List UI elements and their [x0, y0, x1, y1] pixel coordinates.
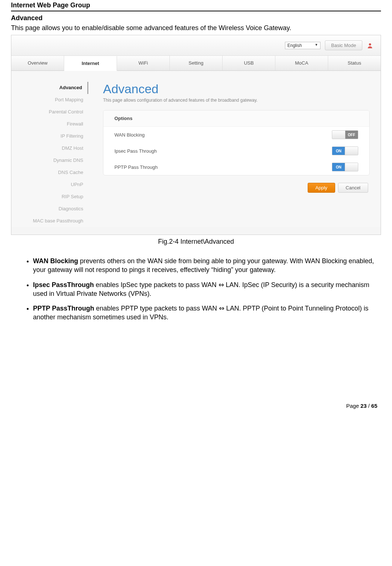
toggle-switch[interactable]: ON	[332, 146, 358, 155]
toggle-switch[interactable]: OFF	[332, 130, 358, 139]
tab-overview[interactable]: Overview	[11, 56, 64, 70]
tab-wifi[interactable]: WiFi	[117, 56, 170, 70]
sidebar-item-dmz-host[interactable]: DMZ Host	[11, 142, 88, 155]
topbar: English Basic Mode	[11, 35, 381, 55]
tab-status[interactable]: Status	[328, 56, 381, 70]
page-footer: Page 23 / 65	[11, 403, 381, 413]
sidebar-item-upnp[interactable]: UPnP	[11, 179, 88, 191]
sidebar-item-dns-cache[interactable]: DNS Cache	[11, 167, 88, 179]
user-icon[interactable]	[367, 42, 373, 49]
list-item: PPTP PassThrough enables PPTP type packe…	[33, 304, 381, 322]
figure-caption: Fig.2-4 Internet\Advanced	[11, 238, 381, 246]
doc-header: Internet Web Page Group	[11, 0, 381, 11]
doc-bullets: WAN Blocking prevents others on the WAN …	[11, 257, 381, 322]
tab-setting[interactable]: Setting	[170, 56, 223, 70]
action-row: Apply Cancel	[103, 183, 370, 193]
sidebar: AdvancedPort MappingParental ControlFire…	[11, 82, 92, 227]
content-area: Advanced This page allows configuration …	[92, 82, 381, 227]
option-row: Ipsec Pass ThroughON	[103, 143, 369, 159]
option-label: Ipsec Pass Through	[114, 148, 157, 154]
list-item: WAN Blocking prevents others on the WAN …	[33, 257, 381, 275]
sidebar-item-port-mapping[interactable]: Port Mapping	[11, 94, 88, 106]
footer-total: 65	[371, 403, 377, 409]
sidebar-item-parental-control[interactable]: Parental Control	[11, 106, 88, 118]
page-title: Advanced	[103, 82, 370, 96]
footer-current: 23	[360, 403, 367, 409]
tab-usb[interactable]: USB	[223, 56, 275, 70]
screenshot-frame: English Basic Mode OverviewInternetWiFiS…	[11, 35, 381, 235]
apply-button[interactable]: Apply	[308, 183, 335, 193]
sidebar-item-mac-base-passthrough[interactable]: MAC base Passthrough	[11, 215, 88, 227]
main-nav: OverviewInternetWiFiSettingUSBMoCAStatus	[11, 55, 381, 71]
page-subtitle: This page allows configuration of advanc…	[103, 98, 370, 103]
svg-point-0	[369, 43, 371, 46]
option-label: WAN Blocking	[114, 132, 145, 138]
sidebar-item-firewall[interactable]: Firewall	[11, 118, 88, 130]
options-panel: Options WAN BlockingOFFIpsec Pass Throug…	[103, 110, 370, 175]
sidebar-item-advanced[interactable]: Advanced	[11, 82, 88, 94]
language-select[interactable]: English	[285, 42, 320, 49]
tab-internet[interactable]: Internet	[64, 56, 117, 71]
sidebar-item-rip-setup[interactable]: RIP Setup	[11, 191, 88, 203]
sidebar-item-ip-filtering[interactable]: IP Filtering	[11, 130, 88, 142]
doc-subheader: Advanced	[11, 14, 381, 22]
tab-moca[interactable]: MoCA	[275, 56, 328, 70]
sidebar-item-diagnostics[interactable]: Diagnostics	[11, 203, 88, 215]
footer-label: Page	[346, 403, 360, 409]
option-row: WAN BlockingOFF	[103, 127, 369, 143]
option-label: PPTP Pass Through	[114, 164, 158, 170]
option-row: PPTP Pass ThroughON	[103, 159, 369, 175]
panel-header: Options	[103, 110, 369, 127]
footer-sep: /	[367, 403, 371, 409]
sidebar-item-dynamic-dns[interactable]: Dynamic DNS	[11, 155, 88, 167]
basic-mode-button[interactable]: Basic Mode	[325, 40, 362, 50]
list-item: Ipsec PassThrough enables IpSec type pac…	[33, 280, 381, 298]
cancel-button[interactable]: Cancel	[338, 183, 368, 193]
doc-intro: This page allows you to enable/disable s…	[11, 24, 381, 32]
toggle-switch[interactable]: ON	[332, 163, 358, 171]
